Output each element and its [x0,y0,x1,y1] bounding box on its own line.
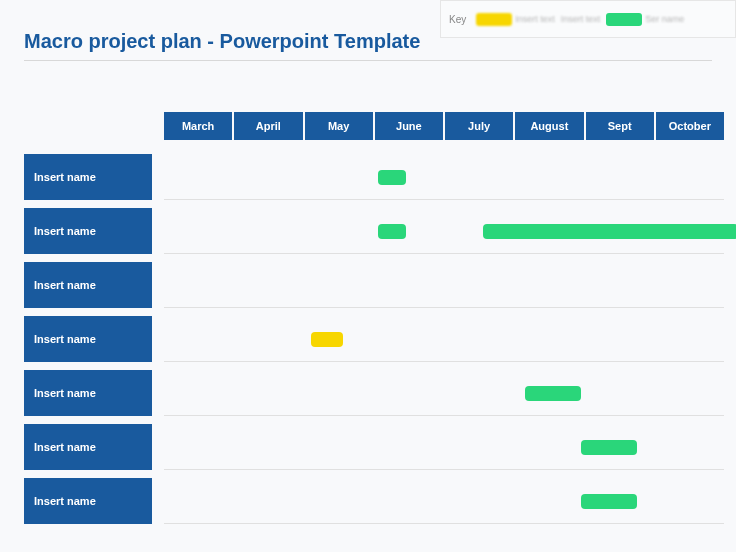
legend-panel: Key Insert text Insert text Ser name [440,0,736,38]
row-label: Insert name [24,154,152,200]
month-header-row: MarchAprilMayJuneJulyAugustSeptOctober [24,112,724,140]
month-header: June [375,112,445,140]
row-track [164,424,724,470]
month-header: April [234,112,304,140]
legend-item: Insert text [561,14,601,24]
gantt-bar [378,170,406,185]
row-label: Insert name [24,316,152,362]
gantt-bar [378,224,406,239]
month-header: Sept [586,112,656,140]
row-track [164,478,724,524]
legend-item-label: Ser name [645,14,684,24]
page-title: Macro project plan - Powerpoint Template [24,30,420,53]
legend-swatch-green [606,13,642,26]
row-track [164,262,724,308]
gantt-bar [483,224,737,239]
gantt-row: Insert name [24,478,724,524]
gantt-row: Insert name [24,262,724,308]
gantt-bar [311,332,343,347]
row-label: Insert name [24,208,152,254]
gantt-bar [581,440,637,455]
row-track [164,316,724,362]
gantt-bar [525,386,581,401]
gantt-row: Insert name [24,316,724,362]
legend-item-label: Insert text [561,14,601,24]
row-label: Insert name [24,478,152,524]
month-header: March [164,112,234,140]
row-label: Insert name [24,262,152,308]
legend-item-label: Insert text [515,14,555,24]
gantt-row: Insert name [24,208,724,254]
gantt-row: Insert name [24,424,724,470]
row-track [164,154,724,200]
gantt-bar [581,494,637,509]
gantt-row: Insert name [24,154,724,200]
month-header: August [515,112,585,140]
legend-item: Ser name [606,13,684,26]
legend-title: Key [449,14,466,25]
month-header: May [305,112,375,140]
rows-container: Insert nameInsert nameInsert nameInsert … [24,154,724,524]
month-header: July [445,112,515,140]
title-divider [24,60,712,61]
months-container: MarchAprilMayJuneJulyAugustSeptOctober [164,112,724,140]
gantt-chart: MarchAprilMayJuneJulyAugustSeptOctober I… [24,112,724,532]
row-track [164,370,724,416]
row-label: Insert name [24,424,152,470]
month-header: October [656,112,724,140]
header-spacer [24,112,164,140]
row-track [164,208,724,254]
gantt-row: Insert name [24,370,724,416]
legend-item: Insert text [476,13,555,26]
legend-swatch-yellow [476,13,512,26]
row-label: Insert name [24,370,152,416]
